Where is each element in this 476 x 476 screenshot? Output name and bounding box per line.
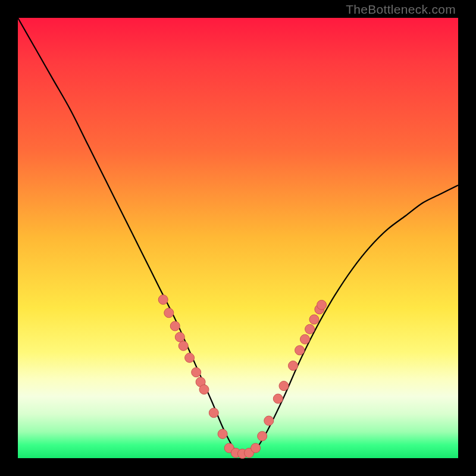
data-marker xyxy=(178,341,188,350)
data-marker xyxy=(305,324,315,334)
data-marker xyxy=(289,361,298,371)
data-marker xyxy=(273,394,283,403)
data-marker xyxy=(185,353,195,362)
data-marker xyxy=(258,431,267,441)
plot-area xyxy=(18,18,458,458)
data-marker xyxy=(218,429,227,439)
data-marker xyxy=(309,315,319,324)
data-marker xyxy=(170,321,180,331)
curve-svg xyxy=(18,18,458,458)
data-marker xyxy=(158,295,168,305)
watermark-text: TheBottleneck.com xyxy=(346,2,456,17)
data-marker xyxy=(209,408,218,418)
data-marker xyxy=(317,300,327,310)
data-marker xyxy=(199,385,209,394)
data-marker xyxy=(295,346,305,355)
data-marker xyxy=(300,334,310,344)
bottleneck-curve xyxy=(18,18,458,456)
data-marker xyxy=(192,368,201,377)
data-marker xyxy=(279,381,289,391)
chart-frame: TheBottleneck.com xyxy=(0,0,476,476)
data-marker xyxy=(175,333,184,342)
data-markers xyxy=(158,295,326,459)
data-marker xyxy=(264,416,274,425)
data-marker xyxy=(251,443,261,453)
data-marker xyxy=(164,308,174,318)
